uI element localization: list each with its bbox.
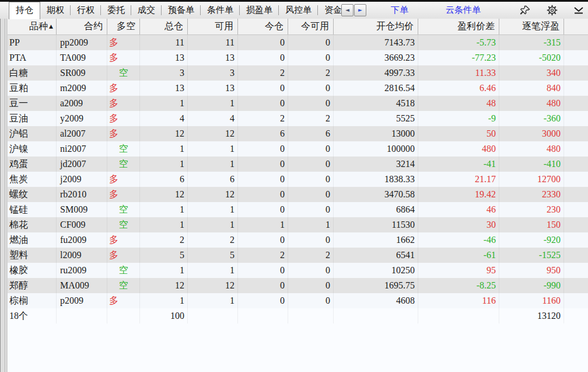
cell-floating-profit: -315	[499, 35, 564, 50]
column-header[interactable]: 可用	[188, 19, 238, 34]
cell-profit-price-diff: -5.73	[418, 35, 499, 50]
tab[interactable]: 成交	[131, 2, 162, 19]
table-row[interactable]: 棕榈 p2009 多 1 1 0 0 4608 116 1160	[8, 293, 588, 308]
cell-contract: jd2007	[57, 157, 107, 172]
table-row[interactable]: PTA TA009 多 13 13 0 0 3669.23 -77.23 -50…	[8, 50, 588, 65]
cell-direction: 多	[107, 111, 140, 126]
tab[interactable]: 损盈单	[240, 2, 279, 19]
pin-icon[interactable]	[519, 4, 531, 17]
column-header[interactable]: 今仓	[238, 19, 288, 34]
table-row[interactable]: 燃油 fu2009 多 2 2 0 0 1662 -46 -920	[8, 232, 588, 248]
column-header[interactable]: 多空	[107, 19, 140, 34]
cell-profit-price-diff: -9	[418, 111, 499, 126]
table-row[interactable]: 橡胶 ru2009 空 1 1 0 0 10250 95 950	[8, 263, 588, 278]
cell-floating-profit: 480	[499, 141, 564, 157]
table-row[interactable]: 锰硅 SM009 空 1 1 0 0 6864 46 230	[8, 202, 588, 217]
table-row[interactable]: 沪镍 ni2007 空 1 1 0 0 100000 480 480	[8, 141, 588, 157]
table-row[interactable]: 沪铝 al2007 多 12 12 6 6 13000 50 3000	[8, 126, 588, 141]
tab[interactable]: 持仓	[9, 2, 40, 19]
tab-scroll-left-button[interactable]: ◄	[341, 4, 354, 16]
cell-contract: al2007	[57, 126, 107, 141]
cell-floating-profit: -360	[499, 111, 564, 126]
table-row[interactable]: 螺纹 rb2010 多 12 12 0 0 3470.58 19.42 2330	[8, 187, 588, 202]
cell-contract: l2009	[57, 248, 107, 263]
cell-total-position: 13	[140, 81, 188, 96]
column-header[interactable]: 盈利价差	[418, 19, 499, 34]
cell-available: 1	[188, 217, 238, 232]
cell-filler	[564, 81, 588, 96]
cell-contract: a2009	[57, 96, 107, 111]
cell-average-open-price: 4518	[334, 96, 418, 111]
cell-direction: 多	[107, 232, 140, 248]
cell-direction: 空	[107, 217, 140, 232]
cell-total-position: 1	[140, 293, 188, 308]
tab[interactable]: 预备单	[162, 2, 201, 19]
cell-contract: j2009	[57, 172, 107, 187]
table-row[interactable]: 鸡蛋 jd2007 空 1 1 0 0 3214 -41 -410	[8, 157, 588, 172]
cell-filler	[564, 248, 588, 263]
tab[interactable]: 期权	[40, 2, 71, 19]
gear-icon[interactable]	[545, 4, 558, 17]
cell-product: 白糖	[8, 65, 57, 81]
cloud-conditional-order-link[interactable]: 云条件单	[446, 2, 481, 19]
cell-product: 沪铝	[8, 126, 57, 141]
table-row[interactable]: 豆油 y2009 多 4 4 2 2 5525 -9 -360	[8, 111, 588, 126]
cell-contract: ni2007	[57, 141, 107, 157]
cell-contract: fu2009	[57, 232, 107, 248]
cell-today-available: 6	[288, 126, 334, 141]
cell-filler	[564, 172, 588, 187]
column-header[interactable]: 开仓均价	[334, 19, 418, 34]
cell-available: 1	[188, 157, 238, 172]
cell-today-available: 0	[288, 172, 334, 187]
column-header-label: 开仓均价	[376, 21, 414, 31]
tab-scroll-right-button[interactable]: ►	[354, 4, 366, 16]
table-row[interactable]: PP pp2009 多 11 11 0 0 7143.73 -5.73 -315	[8, 35, 588, 50]
tab-label: 期权	[47, 5, 64, 15]
summary-empty	[107, 308, 140, 324]
table-row[interactable]: 棉花 CF009 空 1 1 1 1 11530 30 150	[8, 217, 588, 232]
cell-available: 13	[188, 50, 238, 65]
tab-label: 资金	[324, 5, 342, 15]
table-row[interactable]: 焦炭 j2009 多 6 6 0 0 1838.33 21.17 12700	[8, 172, 588, 187]
table-row[interactable]: 白糖 SR009 空 3 3 2 2 4997.33 11.33 340	[8, 65, 588, 81]
column-header[interactable]: 合约	[57, 19, 107, 34]
cell-total-position: 12	[140, 187, 188, 202]
cell-total-position: 2	[140, 232, 188, 248]
collapse-icon[interactable]	[572, 4, 585, 17]
column-header[interactable]: 总仓	[140, 19, 188, 34]
tab[interactable]: 委托	[101, 2, 131, 19]
cell-average-open-price: 10250	[334, 263, 418, 278]
table-row[interactable]: 郑醇 MA009 空 12 12 0 0 1695.75 -8.25 -990	[8, 278, 588, 293]
column-header[interactable]: 今可用	[288, 19, 334, 34]
cell-filler	[564, 157, 588, 172]
cell-average-open-price: 2816.54	[334, 81, 418, 96]
table-row[interactable]: 豆一 a2009 多 1 1 0 0 4518 48 480	[8, 96, 588, 111]
column-header[interactable]: 品种▲	[8, 19, 57, 34]
main-area: 品种▲ 合约 多空 总仓 可用	[0, 19, 588, 372]
cell-today-available: 0	[288, 232, 334, 248]
place-order-link[interactable]: 下单	[391, 2, 408, 19]
column-header[interactable]: 逐笔浮盈	[499, 19, 564, 34]
tab[interactable]: 资金	[318, 2, 342, 19]
cell-total-position: 11	[140, 35, 188, 50]
tab[interactable]: 条件单	[201, 2, 240, 19]
tab[interactable]: 行权	[71, 2, 101, 19]
cell-floating-profit: -990	[499, 278, 564, 293]
summary-instrument-count: 18个	[8, 308, 57, 324]
column-header-label: 今可用	[301, 21, 329, 31]
cell-product: 螺纹	[8, 187, 57, 202]
cell-floating-profit: 840	[499, 81, 564, 96]
table-row[interactable]: 塑料 l2009 多 5 5 2 2 6541 -61 -1525	[8, 248, 588, 263]
tab-label: 成交	[138, 5, 155, 15]
cell-direction: 空	[107, 141, 140, 157]
tab[interactable]: 风控单	[279, 2, 318, 19]
table-row[interactable]: 豆粕 m2009 多 13 13 0 0 2816.54 6.46 840	[8, 81, 588, 96]
summary-empty	[288, 308, 334, 324]
cell-average-open-price: 4997.33	[334, 65, 418, 81]
cell-floating-profit: 1160	[499, 293, 564, 308]
left-splitter-handle[interactable]	[0, 19, 8, 372]
cell-product: PP	[8, 35, 57, 50]
cell-average-open-price: 6864	[334, 202, 418, 217]
summary-empty	[564, 308, 588, 324]
summary-floating-profit: 13120	[499, 308, 564, 324]
